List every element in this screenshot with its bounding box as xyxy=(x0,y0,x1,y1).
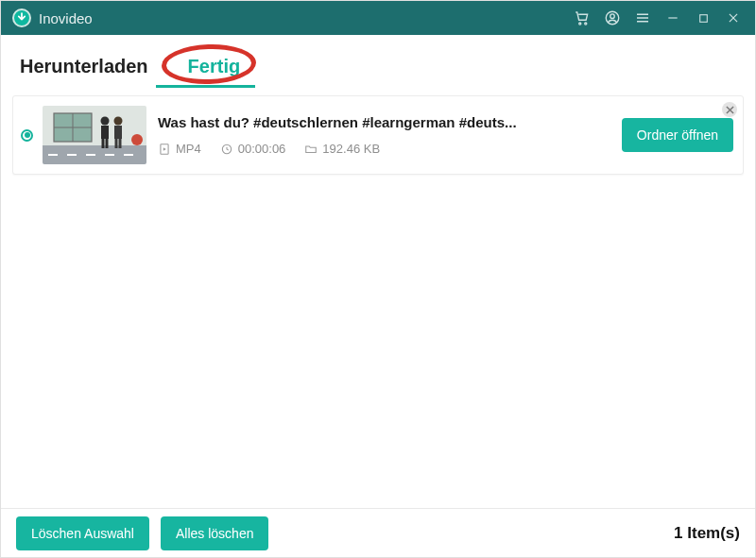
tab-done[interactable]: Fertig xyxy=(167,48,258,87)
cart-icon[interactable] xyxy=(572,8,593,28)
folder-icon xyxy=(304,143,318,156)
item-details-row: MP4 00:00:06 192.46 KB xyxy=(158,142,622,156)
video-thumbnail xyxy=(43,106,146,164)
svg-rect-21 xyxy=(114,126,122,139)
app-logo-icon xyxy=(12,8,31,27)
svg-rect-22 xyxy=(115,139,118,148)
svg-rect-19 xyxy=(106,139,109,148)
svg-rect-27 xyxy=(105,154,114,156)
video-file-icon xyxy=(158,143,171,156)
item-size: 192.46 KB xyxy=(304,142,380,156)
close-icon[interactable] xyxy=(723,8,744,28)
svg-rect-28 xyxy=(124,154,133,156)
item-count-label: 1 Item(s) xyxy=(674,524,740,543)
item-format-value: MP4 xyxy=(176,142,201,156)
delete-all-button[interactable]: Alles löschen xyxy=(161,516,269,550)
maximize-icon[interactable] xyxy=(693,8,713,28)
svg-marker-31 xyxy=(163,147,166,151)
item-size-value: 192.46 KB xyxy=(322,142,380,156)
footer-bar: Löschen Auswahl Alles löschen 1 Item(s) xyxy=(1,508,755,557)
tab-downloading[interactable]: Herunterladen xyxy=(20,48,162,87)
svg-rect-24 xyxy=(48,154,58,156)
svg-point-3 xyxy=(610,14,615,19)
item-duration: 00:00:06 xyxy=(220,142,286,156)
item-format: MP4 xyxy=(158,142,201,156)
open-folder-button[interactable]: Ordner öffnen xyxy=(622,118,733,152)
completed-list: Was hast du? #deutschlernen #learngerman… xyxy=(1,88,755,182)
svg-rect-18 xyxy=(102,139,105,148)
titlebar: Inovideo xyxy=(1,1,755,35)
item-title: Was hast du? #deutschlernen #learngerman… xyxy=(158,114,622,130)
menu-icon[interactable] xyxy=(632,8,653,28)
svg-point-20 xyxy=(114,117,123,126)
svg-point-1 xyxy=(585,23,587,25)
item-meta: Was hast du? #deutschlernen #learngerman… xyxy=(158,114,622,156)
app-title: Inovideo xyxy=(39,10,93,26)
svg-point-0 xyxy=(579,23,581,25)
clock-icon xyxy=(220,143,233,156)
svg-rect-25 xyxy=(67,154,77,156)
minimize-icon[interactable] xyxy=(662,8,683,28)
tab-bar: Herunterladen Fertig xyxy=(1,35,755,88)
svg-rect-23 xyxy=(119,139,122,148)
item-duration-value: 00:00:06 xyxy=(238,142,286,156)
delete-selection-button[interactable]: Löschen Auswahl xyxy=(16,516,149,550)
tab-done-label: Fertig xyxy=(188,56,241,76)
remove-item-button[interactable] xyxy=(722,102,737,117)
svg-rect-8 xyxy=(699,14,707,22)
svg-point-16 xyxy=(101,117,110,126)
svg-point-29 xyxy=(131,134,143,145)
list-item: Was hast du? #deutschlernen #learngerman… xyxy=(12,95,744,175)
svg-rect-17 xyxy=(101,126,109,139)
select-radio[interactable] xyxy=(21,129,33,142)
user-icon[interactable] xyxy=(602,8,623,28)
svg-rect-26 xyxy=(86,154,95,156)
